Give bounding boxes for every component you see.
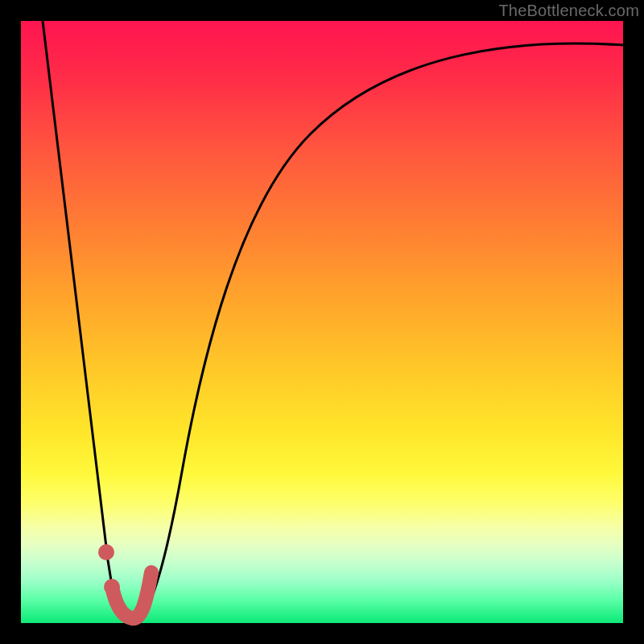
red-marker-dot-lower [104, 579, 120, 595]
watermark-text: TheBottleneck.com [498, 2, 639, 20]
chart-frame: TheBottleneck.com [0, 0, 644, 644]
right-asymptotic-curve [134, 43, 623, 622]
curves-svg [21, 21, 623, 623]
red-marker-stroke [112, 572, 151, 618]
left-descending-line [43, 21, 134, 622]
plot-area [21, 21, 623, 623]
red-marker-dot-upper [98, 544, 114, 560]
